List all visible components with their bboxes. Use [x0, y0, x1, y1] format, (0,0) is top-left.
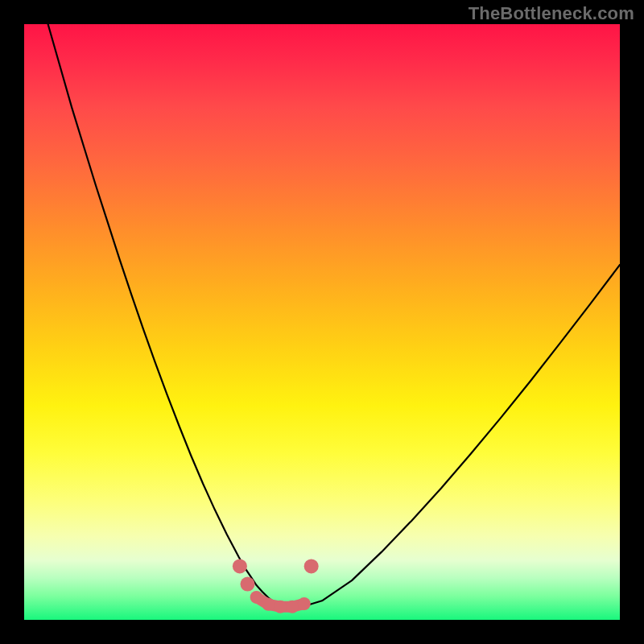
chart-frame: TheBottleneck.com — [0, 0, 644, 644]
bottleneck-curve — [48, 24, 620, 608]
marker-range-left-mid — [241, 577, 255, 592]
marker-range-right-bottom — [298, 597, 311, 610]
marker-range-flat-b — [274, 601, 287, 613]
optimal-range-markers — [233, 559, 319, 613]
chart-overlay-svg — [24, 24, 620, 620]
marker-range-flat-a — [262, 598, 275, 611]
marker-range-left-bottom — [250, 591, 263, 604]
marker-range-right-top — [304, 559, 319, 573]
marker-range-flat-c — [286, 601, 299, 613]
marker-range-left-top — [233, 559, 247, 573]
watermark-text: TheBottleneck.com — [469, 3, 634, 24]
